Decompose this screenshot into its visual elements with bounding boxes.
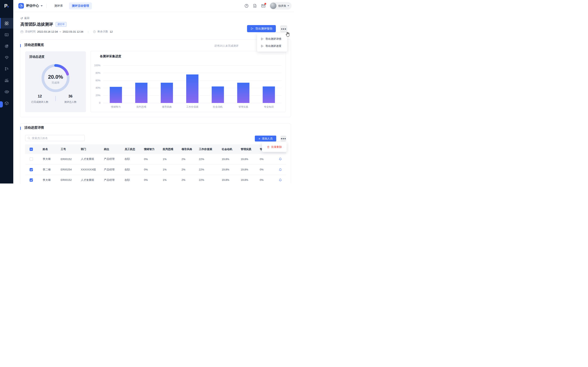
table-header-row: 姓名工号部门岗位员工状态情绪智力批判思维领导风格工作价值观社会动机管理实践专业知…: [25, 144, 286, 154]
add-person-button[interactable]: + 添加人员: [255, 136, 276, 142]
column-header: 岗位: [104, 144, 125, 154]
table-cell: 李大锤: [43, 154, 61, 164]
remaining-value: 12: [110, 30, 112, 33]
assessment-center-icon[interactable]: [18, 3, 24, 8]
table-cell: 22%: [199, 154, 222, 164]
details-card: 活动进度详情 + 添加人员 ●●● 姓名工号部门岗位员工状态情绪智力批判思维领导…: [20, 123, 291, 184]
table-cell: 2%: [182, 154, 199, 164]
time-start: 2022.03.16 12:34: [37, 30, 58, 33]
row-checkbox[interactable]: [30, 178, 33, 182]
svg-text:360: 360: [6, 91, 8, 92]
table-cell: ER00254: [61, 164, 81, 175]
table-cell: 0%: [144, 164, 163, 175]
completion-percent: 20.0%: [25, 74, 86, 80]
table-cell: 人才发展组: [81, 154, 104, 164]
notify-bell-icon[interactable]: [279, 157, 286, 161]
sidebar-item-target[interactable]: [0, 41, 13, 51]
main-content: ↺ 返回 高管团队选拔测评 进行中 活动时间 2022.03.16 12:34 …: [13, 12, 294, 184]
select-all-checkbox[interactable]: [30, 148, 33, 151]
completion-label: 完成率: [25, 81, 86, 85]
sidebar-nav: 360: [0, 18, 13, 108]
divider: [55, 96, 56, 101]
column-header: 部门: [81, 144, 104, 154]
app-name: 评估中心: [26, 4, 39, 8]
svg-text:40%: 40%: [95, 86, 100, 89]
tab-assessment-library[interactable]: 测评库: [52, 2, 66, 9]
avatar: [270, 3, 277, 9]
table-cell: 1%: [163, 164, 182, 175]
batch-delete-menu-item[interactable]: 批量删除: [267, 145, 282, 149]
export-report-button[interactable]: 导出测评报告: [247, 25, 276, 32]
remaining-label: 剩余天数: [97, 30, 108, 33]
chevron-down-icon[interactable]: [41, 5, 43, 7]
export-dropdown-menu: 导出测评详情 导出测评进度: [257, 33, 287, 52]
svg-text:80%: 80%: [95, 72, 100, 75]
export-details-menu-item[interactable]: 导出测评详情: [257, 35, 287, 42]
file-add-icon[interactable]: [253, 4, 257, 8]
tab-activity-management[interactable]: 测评活动管理: [69, 2, 92, 9]
column-header: 工号: [61, 144, 81, 154]
row-checkbox[interactable]: [30, 168, 33, 171]
bar-chart: 100%80%60%40%20%0情绪智力批判思维领导风格工作价值观社会动机管理…: [91, 51, 286, 112]
table-cell: 19.8%: [241, 154, 260, 164]
back-label: 返回: [24, 16, 30, 20]
svg-text:工作价值观: 工作价值观: [186, 105, 199, 108]
sidebar-item-360-review[interactable]: 360: [0, 86, 13, 97]
time-separator: ~: [60, 30, 61, 33]
table-cell: 19.8%: [222, 164, 241, 175]
table-cell: 19.8%: [222, 175, 241, 184]
svg-text:60%: 60%: [95, 79, 100, 82]
back-button[interactable]: ↺ 返回: [20, 16, 30, 20]
row-checkbox[interactable]: [30, 157, 33, 161]
sidebar-item-diamond[interactable]: [0, 52, 13, 63]
360-icon: 360: [4, 90, 9, 94]
table-cell: 22%: [199, 164, 222, 175]
notify-bell-icon[interactable]: [279, 178, 286, 182]
export-progress-menu-item[interactable]: 导出测评进度: [257, 42, 287, 50]
sidebar-item-board[interactable]: [0, 29, 13, 40]
floating-handle[interactable]: [0, 101, 3, 108]
table-cell: 在职: [125, 175, 144, 184]
workflow-icon: [4, 67, 9, 71]
overview-title: 活动进度概览: [24, 43, 44, 47]
table-more-button[interactable]: ●●●: [281, 136, 286, 142]
unfinished-note: 还有20人未完成测评: [214, 44, 238, 48]
accent-bar: [20, 127, 21, 130]
notify-bell-icon[interactable]: [279, 168, 286, 171]
search-input[interactable]: [32, 137, 82, 140]
search-icon: [27, 137, 30, 140]
calendar-icon: [20, 30, 24, 33]
mail-icon[interactable]: [261, 4, 265, 8]
svg-text:批判思维: 批判思维: [136, 105, 146, 108]
completed-count: 12: [26, 94, 54, 99]
notification-dot: [264, 3, 266, 5]
cube-icon: [4, 101, 9, 105]
svg-text:社会动机: 社会动机: [213, 105, 223, 108]
more-actions-button[interactable]: ●●●: [280, 25, 287, 33]
back-icon: ↺: [20, 17, 23, 20]
sidebar-item-apps[interactable]: [0, 18, 13, 29]
table-cell: ER00152: [61, 175, 81, 184]
target-icon: [4, 44, 9, 48]
help-icon[interactable]: [244, 4, 249, 8]
donut-title: 活动总进度: [29, 55, 44, 59]
table-cell: 0%: [260, 154, 279, 164]
column-header: 管理实践: [241, 144, 260, 154]
app-logo[interactable]: P+: [0, 0, 13, 12]
table-row: 李大锤ER00152人才发展组产品经理在职0%1%2%22%19.8%19.8%…: [25, 154, 286, 164]
column-header: 员工状态: [125, 144, 144, 154]
board-icon: [4, 33, 9, 37]
sidebar-item-stats[interactable]: [0, 75, 13, 86]
time-label: 活动时间: [25, 30, 35, 33]
table-cell: 19.8%: [241, 175, 260, 184]
user-menu[interactable]: 徐庆良: [269, 2, 292, 9]
total-count-label: 测评总人数: [56, 100, 85, 104]
table-cell: 李二锤: [43, 164, 61, 175]
overview-card: 活动进度概览 还有20人未完成测评 活动总进度 20.0% 完成率 12: [20, 39, 291, 117]
apps-icon: [4, 21, 9, 25]
table-cell: 0%: [144, 154, 163, 164]
table-cell: 2%: [182, 164, 199, 175]
export-icon: [261, 45, 264, 48]
sidebar-item-workflow[interactable]: [0, 64, 13, 74]
completed-count-label: 已完成测评人数: [26, 100, 54, 104]
